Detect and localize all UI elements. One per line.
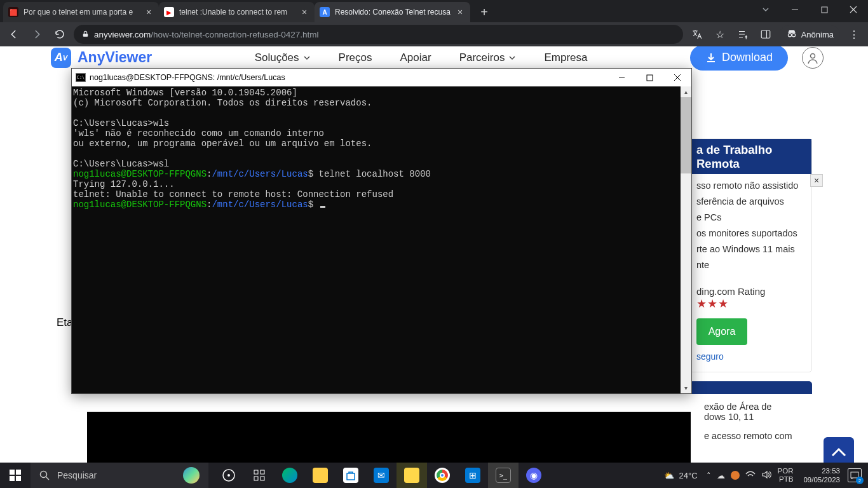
tab-close-icon[interactable]: × — [144, 7, 154, 17]
url-domain: anyviewer.com — [94, 30, 151, 39]
tray-volume-icon[interactable] — [761, 470, 771, 481]
taskbar-app-discord[interactable]: ◉ — [519, 463, 549, 488]
terminal-titlebar[interactable]: C:\ nog1lucas@DESKTOP-FFPQGNS: /mnt/c/Us… — [72, 69, 691, 86]
tray-wifi-icon[interactable] — [745, 470, 756, 481]
svg-rect-9 — [647, 75, 653, 81]
sidebar-text: dows 10, 11 — [704, 412, 812, 422]
tab-title: telnet :Unable to connect to rem — [179, 8, 299, 17]
scrollbar-thumb[interactable] — [681, 97, 691, 173]
windows-logo-icon — [10, 470, 21, 481]
back-to-top-button[interactable] — [824, 437, 854, 463]
incognito-chip[interactable]: Anônima — [780, 25, 840, 43]
svg-point-5 — [788, 33, 791, 36]
terminal-maximize-button[interactable] — [635, 69, 663, 86]
sidepanel-icon[interactable] — [757, 25, 775, 43]
tab-close-icon[interactable]: × — [299, 7, 309, 17]
chrome-close-button[interactable] — [839, 0, 868, 19]
taskbar-app-cortana[interactable] — [244, 463, 275, 488]
weather-widget[interactable]: ⛅ 24°C — [664, 471, 697, 480]
tray-meet-icon[interactable] — [731, 471, 740, 480]
person-icon — [806, 51, 819, 64]
taskbar-app-mail[interactable]: ✉ — [366, 463, 397, 488]
nav-apoiar[interactable]: Apoiar — [400, 51, 431, 64]
sidebar-close-button[interactable]: × — [810, 174, 823, 187]
favicon-youtube: ▶ — [164, 7, 174, 17]
sidebar-card2-header — [689, 381, 812, 394]
reload-button[interactable] — [51, 25, 69, 43]
taskbar-search[interactable]: Pesquisar — [31, 463, 208, 488]
chrome-minimize-button[interactable] — [780, 0, 810, 19]
taskbar-app-notes[interactable] — [397, 463, 427, 488]
terminal-body[interactable]: Microsoft Windows [versão 10.0.19045.200… — [72, 86, 691, 393]
tray-clock[interactable]: 23:53 09/05/2023 — [803, 466, 840, 484]
nav-precos[interactable]: Preços — [339, 51, 372, 64]
sidebar-cta-button[interactable]: Agora — [696, 318, 747, 345]
address-bar[interactable]: anyviewer.com/how-to/telnet-connection-r… — [74, 25, 683, 44]
tray-chevron-icon[interactable]: ˄ — [707, 471, 711, 480]
tray-icons: ˄ ☁ — [707, 470, 771, 481]
forward-button[interactable] — [28, 25, 46, 43]
chrome-caret-icon[interactable] — [751, 0, 780, 19]
sidebar-rating: ding.com Rating ★★★ — [690, 280, 811, 311]
download-button[interactable]: Download — [690, 46, 788, 71]
chevron-up-icon — [830, 446, 848, 459]
page-header: AV AnyViewer Soluções Preços Apoiar Parc… — [0, 46, 868, 69]
search-icon — [39, 470, 50, 480]
svg-point-6 — [792, 33, 795, 36]
start-button[interactable] — [0, 463, 31, 488]
sidebar-text: exão de Área de — [704, 402, 812, 412]
tray-lang2[interactable]: PTB — [779, 475, 793, 484]
scroll-up-icon[interactable]: ▴ — [681, 86, 691, 97]
terminal-close-button[interactable] — [663, 69, 691, 86]
svg-line-11 — [46, 477, 50, 480]
tab-3-active[interactable]: A Resolvido: Conexão Telnet recusa × — [315, 2, 470, 22]
menu-dots-icon[interactable]: ⋮ — [845, 25, 863, 43]
page-sidebar: a de Trabalho Remota × sso remoto não as… — [698, 139, 812, 441]
nav-label: Parceiros — [459, 51, 505, 64]
chrome-window-controls — [751, 0, 868, 19]
sidebar-item: sso remoto não assistido — [696, 180, 811, 191]
new-tab-button[interactable]: + — [475, 3, 493, 21]
task-view-button[interactable] — [214, 463, 244, 488]
sidebar-feature-list: sso remoto não assistido sferência de ar… — [690, 174, 811, 280]
taskbar-app-edge[interactable] — [275, 463, 305, 488]
taskbar-app-terminal[interactable]: >_ — [488, 463, 519, 488]
profile-button[interactable] — [802, 47, 824, 69]
brand-name: AnyViewer — [78, 49, 152, 66]
search-art-icon — [183, 467, 200, 484]
logo[interactable]: AV AnyViewer — [51, 48, 152, 68]
nav-solucoes[interactable]: Soluções — [255, 51, 311, 64]
weather-icon: ⛅ — [664, 471, 674, 480]
taskbar-app-settings[interactable]: ⊞ — [458, 463, 488, 488]
taskbar-app-store[interactable] — [336, 463, 366, 488]
sidebar-item: sferência de arquivos — [696, 196, 811, 207]
terminal-window[interactable]: C:\ nog1lucas@DESKTOP-FFPQGNS: /mnt/c/Us… — [71, 68, 692, 394]
back-button[interactable] — [5, 25, 23, 43]
browser-toolbar: anyviewer.com/how-to/telnet-connection-r… — [0, 22, 868, 46]
favicon-stackoverflow: 🟥 — [8, 7, 18, 17]
terminal-minimize-button[interactable] — [607, 69, 635, 86]
sidebar-secure-link[interactable]: seguro — [696, 351, 811, 362]
tray-lang1[interactable]: POR — [778, 467, 794, 475]
svg-rect-14 — [254, 470, 258, 474]
tab-close-icon[interactable]: × — [455, 7, 465, 17]
tab-strip: 🟥 Por que o telnet em uma porta e × ▶ te… — [0, 0, 868, 22]
notifications-button[interactable]: 2 — [848, 468, 862, 482]
tab-2[interactable]: ▶ telnet :Unable to connect to rem × — [159, 2, 315, 22]
sidebar-text: e acesso remoto com — [704, 431, 812, 441]
bookmark-star-icon[interactable]: ☆ — [711, 25, 729, 43]
tab-1[interactable]: 🟥 Por que o telnet em uma porta e × — [3, 2, 159, 22]
playlist-icon[interactable] — [734, 25, 752, 43]
taskbar-app-chrome[interactable] — [427, 463, 458, 488]
incognito-icon — [786, 28, 797, 41]
nav-empresa[interactable]: Empresa — [544, 51, 587, 64]
sidebar-card: a de Trabalho Remota × sso remoto não as… — [689, 139, 812, 372]
taskbar-app-explorer[interactable] — [305, 463, 336, 488]
tray-onedrive-icon[interactable]: ☁ — [717, 471, 725, 480]
terminal-scrollbar[interactable]: ▴ ▾ — [681, 86, 691, 393]
scroll-down-icon[interactable]: ▾ — [681, 383, 691, 393]
chrome-maximize-button[interactable] — [810, 0, 839, 19]
translate-icon[interactable] — [688, 25, 706, 43]
nav-parceiros[interactable]: Parceiros — [459, 51, 517, 64]
svg-rect-3 — [761, 30, 770, 38]
